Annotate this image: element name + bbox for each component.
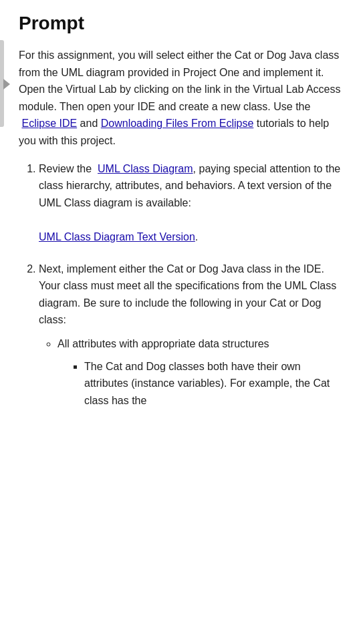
- circle-bullet-item-1-label: All attributes with appropriate data str…: [57, 338, 269, 349]
- list-item-1: Review the UML Class Diagram, paying spe…: [39, 160, 346, 246]
- eclipse-ide-link[interactable]: Eclipse IDE: [21, 118, 77, 129]
- page-title: Prompt: [19, 9, 346, 37]
- circle-bullet-list: All attributes with appropriate data str…: [57, 335, 346, 409]
- square-bullet-item-1: The Cat and Dog classes both have their …: [84, 358, 346, 410]
- list-item-1-prefix: Review the: [39, 163, 92, 174]
- uml-class-diagram-text-version-link[interactable]: UML Class Diagram Text Version: [39, 231, 195, 243]
- list-item-2-text: Next, implement either the Cat or Dog Ja…: [39, 263, 336, 326]
- main-list: Review the UML Class Diagram, paying spe…: [32, 160, 346, 410]
- square-bullet-list: The Cat and Dog classes both have their …: [84, 358, 346, 410]
- list-item-1-sub-suffix: .: [195, 231, 198, 243]
- uml-class-diagram-link[interactable]: UML Class Diagram: [98, 163, 193, 174]
- intro-text-before-links: For this assignment, you will select eit…: [19, 49, 340, 112]
- intro-paragraph: For this assignment, you will select eit…: [19, 47, 346, 150]
- side-arrow-icon[interactable]: [3, 79, 10, 90]
- list-item-2: Next, implement either the Cat or Dog Ja…: [39, 261, 346, 410]
- square-bullet-item-1-text: The Cat and Dog classes both have their …: [84, 361, 330, 406]
- page-container: Prompt For this assignment, you will sel…: [0, 0, 361, 437]
- circle-bullet-item-1: All attributes with appropriate data str…: [57, 335, 346, 409]
- downloading-files-link[interactable]: Downloading Files From Eclipse: [101, 118, 254, 129]
- intro-text-and: and: [80, 118, 101, 129]
